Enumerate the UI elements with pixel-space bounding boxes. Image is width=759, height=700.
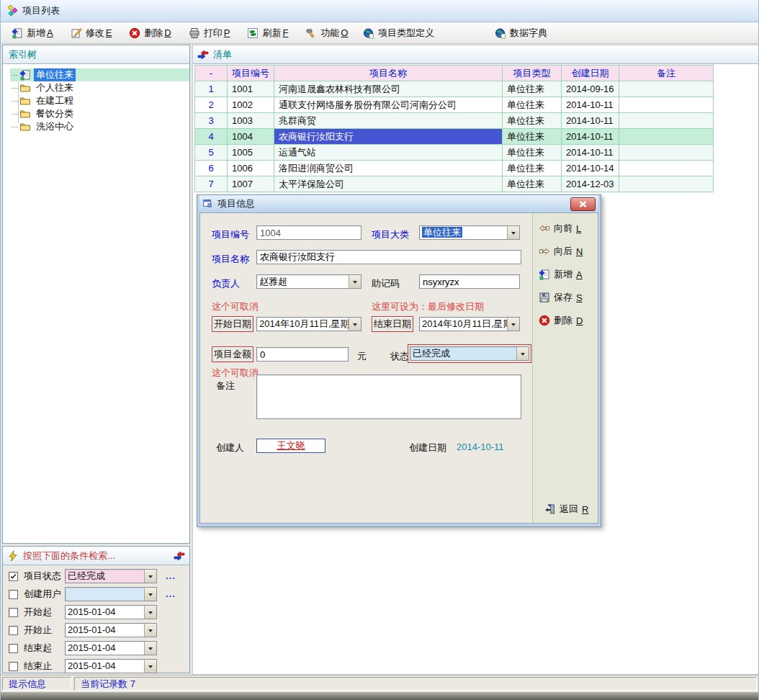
status-combobox[interactable]: 已经完成: [410, 346, 529, 361]
project-type-cell[interactable]: 单位往来: [503, 161, 562, 176]
condition-combobox[interactable]: [65, 587, 157, 601]
project-type-cell[interactable]: 单位往来: [503, 81, 562, 97]
project-type-cell[interactable]: 单位往来: [503, 97, 562, 113]
remark-cell[interactable]: [619, 97, 714, 113]
toolbar-button[interactable]: 数据字典: [493, 25, 549, 41]
sidebar-item[interactable]: 在建工程: [10, 94, 189, 107]
remark-cell[interactable]: [619, 176, 714, 192]
toolbar-button-f[interactable]: 刷新F: [245, 25, 290, 41]
dialog-button-l[interactable]: 向前 L: [539, 222, 598, 235]
condition-combobox[interactable]: 2015-01-04: [65, 641, 157, 655]
project-type-cell[interactable]: 单位往来: [503, 145, 562, 161]
create-date-cell[interactable]: 2014-10-14: [562, 161, 619, 176]
project-code-cell[interactable]: 1002: [228, 97, 274, 113]
toolbar-button-e[interactable]: 修改E: [68, 25, 114, 41]
mnemonic-input[interactable]: [419, 274, 520, 289]
combo-arrow-button[interactable]: [144, 588, 156, 601]
project-code-cell[interactable]: 1001: [228, 81, 274, 97]
start-date-button[interactable]: 开始日期: [212, 316, 253, 332]
sidebar-item[interactable]: 单位往来: [10, 68, 189, 81]
more-options-button[interactable]: ...: [166, 573, 176, 580]
project-name-cell[interactable]: 农商银行汝阳支行: [274, 129, 503, 145]
create-date-cell[interactable]: 2014-10-11: [562, 113, 619, 129]
project-code-input[interactable]: [256, 225, 361, 240]
row-number[interactable]: 6: [195, 161, 228, 176]
combo-arrow-button[interactable]: [144, 606, 156, 619]
dialog-button-d[interactable]: 删除 D: [539, 314, 598, 327]
combo-arrow-button[interactable]: [507, 318, 519, 331]
remark-cell[interactable]: [619, 81, 714, 97]
project-type-cell[interactable]: 单位往来: [503, 176, 562, 192]
dialog-button-s[interactable]: 保存 S: [539, 291, 598, 304]
condition-checkbox[interactable]: [9, 626, 18, 635]
combo-arrow-button[interactable]: [349, 275, 361, 288]
remark-cell[interactable]: [619, 129, 714, 145]
end-date-button[interactable]: 结束日期: [372, 316, 413, 332]
swap-icon[interactable]: [197, 49, 209, 60]
project-code-cell[interactable]: 1007: [228, 176, 274, 192]
condition-combobox[interactable]: 2015-01-04: [65, 605, 157, 619]
project-name-cell[interactable]: 洛阳进润商贸公司: [274, 161, 503, 176]
remark-cell[interactable]: [619, 161, 714, 176]
project-name-cell[interactable]: 兆群商贸: [274, 113, 503, 129]
combo-arrow-button[interactable]: [144, 570, 156, 583]
condition-checkbox[interactable]: [9, 608, 18, 617]
dialog-button-return[interactable]: 返回 R: [544, 503, 588, 516]
create-date-cell[interactable]: 2014-10-11: [562, 129, 619, 145]
amount-button[interactable]: 项目金额: [212, 346, 253, 362]
condition-checkbox[interactable]: [9, 572, 18, 581]
create-date-cell[interactable]: 2014-12-03: [562, 176, 619, 192]
project-code-cell[interactable]: 1004: [228, 129, 274, 145]
condition-combobox[interactable]: 2015-01-04: [65, 623, 157, 637]
project-name-cell[interactable]: 河南道晟鑫农林科技有限公司: [274, 81, 503, 97]
combo-arrow-button[interactable]: [516, 347, 529, 360]
condition-checkbox[interactable]: [9, 662, 18, 671]
row-number[interactable]: 7: [195, 176, 228, 192]
project-type-cell[interactable]: 单位往来: [503, 129, 562, 145]
combo-arrow-button[interactable]: [144, 642, 156, 655]
toolbar-button[interactable]: 项目类型定义: [361, 25, 436, 41]
manager-combobox[interactable]: 赵雅超: [256, 274, 361, 289]
end-date-combobox[interactable]: 2014年10月11日,星期: [419, 317, 520, 331]
sidebar-item[interactable]: 餐饮分类: [10, 107, 189, 120]
combo-arrow-button[interactable]: [349, 318, 361, 331]
remark-textarea[interactable]: [256, 374, 521, 419]
row-number[interactable]: 1: [195, 81, 228, 97]
swap-icon[interactable]: [174, 550, 185, 562]
condition-checkbox[interactable]: [9, 590, 18, 599]
remark-cell[interactable]: [619, 145, 714, 161]
project-name-input[interactable]: [256, 250, 521, 264]
create-date-cell[interactable]: 2014-10-11: [562, 145, 619, 161]
project-name-cell[interactable]: 运通气站: [274, 145, 503, 161]
row-number[interactable]: 5: [195, 145, 228, 161]
project-name-cell[interactable]: 通联支付网络服务股份有限公司河南分公司: [274, 97, 503, 113]
combo-arrow-button[interactable]: [144, 660, 156, 673]
sidebar-item[interactable]: 洗浴中心: [10, 120, 189, 133]
more-options-button[interactable]: ...: [166, 591, 176, 598]
condition-combobox[interactable]: 已经完成: [65, 569, 157, 583]
row-number[interactable]: 2: [195, 97, 228, 113]
condition-checkbox[interactable]: [9, 644, 18, 653]
create-date-cell[interactable]: 2014-09-16: [562, 81, 619, 97]
toolbar-button-o[interactable]: 功能O: [303, 25, 350, 41]
dialog-button-n[interactable]: 向后 N: [539, 245, 598, 258]
amount-input[interactable]: [256, 347, 349, 362]
remark-cell[interactable]: [619, 113, 714, 129]
project-type-cell[interactable]: 单位往来: [503, 113, 562, 129]
condition-combobox[interactable]: 2015-01-04: [65, 659, 157, 673]
start-date-combobox[interactable]: 2014年10月11日,星期:: [256, 317, 361, 331]
row-number[interactable]: 4: [195, 129, 228, 145]
project-code-cell[interactable]: 1005: [228, 145, 274, 161]
combo-arrow-button[interactable]: [144, 624, 156, 637]
project-code-cell[interactable]: 1003: [228, 113, 274, 129]
dialog-button-a[interactable]: 新增 A: [539, 268, 598, 281]
project-code-cell[interactable]: 1006: [228, 161, 274, 176]
combo-arrow-button[interactable]: [507, 226, 519, 239]
toolbar-button-p[interactable]: 打印P: [187, 25, 233, 41]
project-name-cell[interactable]: 太平洋保险公司: [274, 176, 503, 192]
close-button[interactable]: [570, 197, 596, 211]
row-number[interactable]: 3: [195, 113, 228, 129]
toolbar-button-a[interactable]: 新增A: [9, 25, 55, 41]
create-date-cell[interactable]: 2014-10-11: [562, 97, 619, 113]
sidebar-item[interactable]: 个人往来: [10, 81, 189, 94]
